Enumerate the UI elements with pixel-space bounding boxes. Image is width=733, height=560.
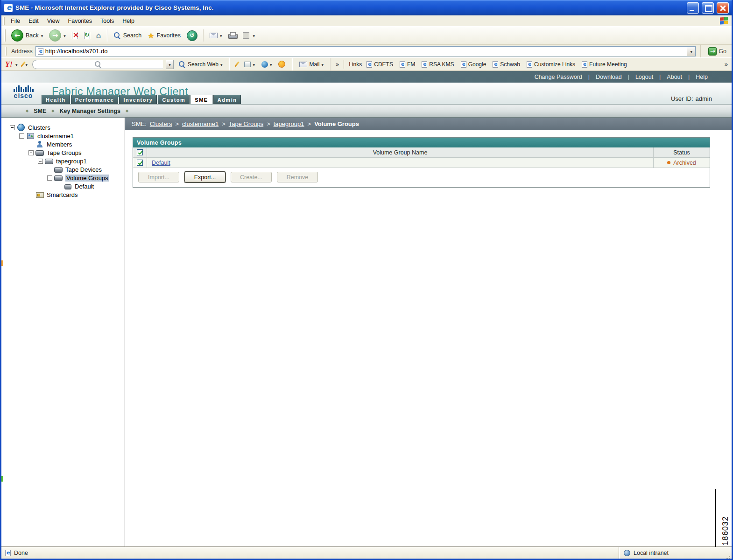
default-volume-group-link[interactable]: Default bbox=[152, 160, 170, 166]
diamond-icon bbox=[51, 108, 54, 114]
chevron-more-icon[interactable]: » bbox=[725, 61, 728, 68]
link-customize-links[interactable]: Customize Links bbox=[525, 61, 577, 68]
link-label: FM bbox=[407, 61, 415, 68]
collapse-icon[interactable] bbox=[38, 159, 43, 164]
cluster-icon bbox=[26, 132, 35, 140]
tab-sme[interactable]: SME bbox=[190, 95, 212, 104]
print-button[interactable] bbox=[226, 31, 239, 40]
back-dropdown-icon bbox=[41, 32, 43, 39]
tree-item-smartcards[interactable]: Smartcards bbox=[1, 190, 125, 199]
yahoo-search-input[interactable] bbox=[32, 60, 163, 69]
toolbar-more-icon[interactable] bbox=[253, 32, 255, 39]
mail-button[interactable] bbox=[207, 31, 225, 40]
menu-view[interactable]: View bbox=[43, 16, 64, 26]
home-button[interactable] bbox=[94, 29, 104, 42]
link-schwab[interactable]: Schwab bbox=[491, 61, 522, 68]
logout-link[interactable]: Logout bbox=[629, 74, 659, 80]
menu-file[interactable]: File bbox=[7, 16, 24, 26]
yahoo-menu-dropdown-icon[interactable] bbox=[15, 61, 18, 68]
export-button[interactable]: Export... bbox=[184, 172, 226, 182]
close-button[interactable] bbox=[717, 2, 729, 14]
user-id: User ID: admin bbox=[671, 95, 712, 102]
tree-item-members[interactable]: Members bbox=[1, 140, 125, 148]
toolbar-grip[interactable] bbox=[5, 47, 7, 56]
search-button[interactable]: Search bbox=[111, 30, 144, 41]
breadcrumb-clusters-link[interactable]: Clusters bbox=[150, 120, 172, 127]
back-button[interactable]: Back bbox=[9, 28, 45, 43]
yahoo-web-button[interactable] bbox=[260, 60, 274, 69]
yahoo-messenger-button[interactable] bbox=[276, 60, 287, 69]
menu-tools[interactable]: Tools bbox=[96, 16, 118, 26]
breadcrumb-tape-groups-link[interactable]: Tape Groups bbox=[229, 120, 263, 127]
change-password-link[interactable]: Change Password bbox=[529, 74, 588, 80]
chevron-down-icon bbox=[26, 61, 28, 68]
collapse-icon[interactable] bbox=[10, 125, 15, 130]
tree-item-clusters[interactable]: Clusters bbox=[1, 123, 125, 132]
select-all-cell bbox=[133, 147, 147, 158]
yahoo-mail-button[interactable]: Mail bbox=[297, 60, 325, 69]
row-checkbox[interactable] bbox=[137, 160, 143, 166]
menu-help[interactable]: Help bbox=[118, 16, 139, 26]
toolbar-grip[interactable] bbox=[4, 29, 6, 42]
collapse-icon[interactable] bbox=[47, 175, 52, 181]
refresh-button[interactable] bbox=[82, 30, 92, 41]
address-box bbox=[35, 46, 696, 56]
link-rsa-kms[interactable]: RSA KMS bbox=[420, 61, 456, 68]
stop-button[interactable] bbox=[70, 30, 80, 41]
download-link[interactable]: Download bbox=[590, 74, 628, 80]
forward-button[interactable] bbox=[47, 28, 68, 43]
subnav-sme[interactable]: SME bbox=[34, 108, 46, 114]
yahoo-bookmarks-button[interactable] bbox=[242, 60, 257, 69]
tab-health[interactable]: Health bbox=[42, 95, 70, 104]
restore-button[interactable] bbox=[702, 2, 714, 14]
menu-favorites[interactable]: Favorites bbox=[64, 16, 96, 26]
yahoo-pencil-button[interactable] bbox=[21, 60, 30, 69]
tab-admin[interactable]: Admin bbox=[213, 95, 241, 104]
about-link[interactable]: About bbox=[661, 74, 688, 80]
yahoo-toolbar: Y! Search Web Mail » Links CDETS FM RSA … bbox=[1, 58, 732, 71]
toolbar-grip[interactable] bbox=[3, 17, 5, 24]
yahoo-edit-button[interactable] bbox=[234, 60, 240, 68]
import-button: Import... bbox=[138, 172, 179, 182]
menu-edit[interactable]: Edit bbox=[24, 16, 43, 26]
links-grip[interactable] bbox=[343, 60, 344, 69]
tab-custom[interactable]: Custom bbox=[158, 95, 190, 104]
tree-item-label: Clusters bbox=[28, 124, 50, 131]
go-button[interactable]: Go bbox=[706, 46, 729, 56]
yahoo-logo[interactable]: Y! bbox=[5, 60, 13, 69]
breadcrumb-tapegroup1-link[interactable]: tapegroup1 bbox=[274, 120, 304, 127]
table-row: Default Archived bbox=[133, 158, 710, 168]
edit-button[interactable] bbox=[240, 31, 252, 40]
yahoo-search-dropdown-button[interactable] bbox=[166, 60, 174, 69]
tab-inventory[interactable]: Inventory bbox=[119, 95, 157, 104]
collapse-icon[interactable] bbox=[19, 133, 24, 139]
chevron-more-icon[interactable]: » bbox=[336, 61, 339, 68]
tree-item-default[interactable]: Default bbox=[1, 182, 125, 190]
minimize-button[interactable] bbox=[687, 2, 699, 14]
tree-item-tape-groups[interactable]: Tape Groups bbox=[1, 148, 125, 157]
link-future-meeting[interactable]: Future Meeting bbox=[580, 61, 629, 68]
tab-performance[interactable]: Performance bbox=[71, 95, 119, 104]
link-favicon-icon bbox=[422, 61, 427, 68]
tree-item-tapegroup1[interactable]: tapegroup1 bbox=[1, 157, 125, 165]
search-web-button[interactable]: Search Web bbox=[176, 60, 224, 69]
link-cdets[interactable]: CDETS bbox=[365, 61, 395, 68]
window-title: SME - Microsoft Internet Explorer provid… bbox=[15, 4, 684, 11]
main-panel: SME: Clusters > clustername1 > Tape Grou… bbox=[125, 118, 732, 546]
help-link[interactable]: Help bbox=[690, 74, 714, 80]
link-google[interactable]: Google bbox=[459, 61, 488, 68]
collapse-icon[interactable] bbox=[28, 150, 34, 155]
tree-item-tape-devices[interactable]: Tape Devices bbox=[1, 165, 125, 174]
subnav-key-manager-settings[interactable]: Key Manager Settings bbox=[59, 108, 120, 114]
tree-item-clustername1[interactable]: clustername1 bbox=[1, 132, 125, 140]
resize-grip[interactable] bbox=[725, 547, 732, 559]
breadcrumb-clustername1-link[interactable]: clustername1 bbox=[182, 120, 218, 127]
link-fm[interactable]: FM bbox=[398, 61, 417, 68]
address-input[interactable] bbox=[45, 48, 685, 55]
address-dropdown-button[interactable] bbox=[687, 47, 695, 56]
tree-item-label: Tape Devices bbox=[65, 166, 102, 173]
favorites-button[interactable]: Favorites bbox=[145, 30, 183, 42]
tree-item-volume-groups[interactable]: Volume Groups bbox=[1, 174, 125, 182]
select-all-checkbox[interactable] bbox=[137, 149, 143, 155]
history-button[interactable] bbox=[184, 29, 200, 42]
